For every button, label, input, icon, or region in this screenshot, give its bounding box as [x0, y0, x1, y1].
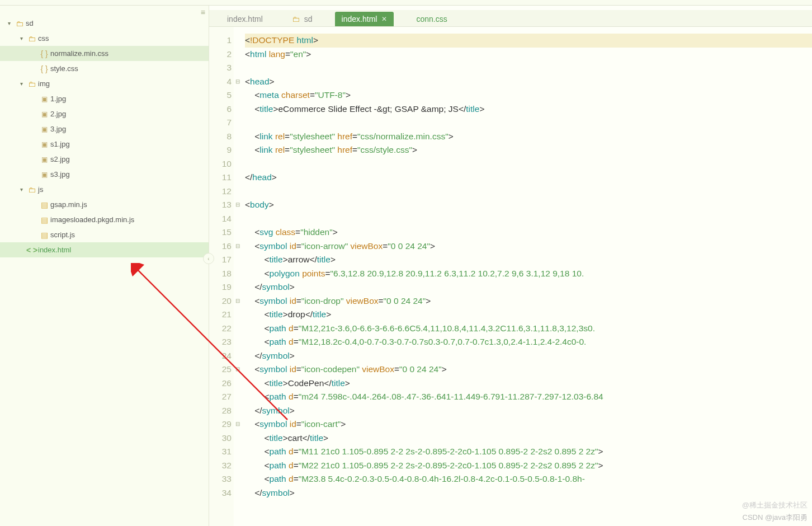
code-line[interactable]	[245, 157, 812, 171]
code-line[interactable]: <svg class="hidden">	[245, 226, 812, 239]
fold-marker	[234, 335, 242, 349]
tree-item-label: s2.jpg	[50, 155, 70, 163]
main-layout: ≡ ▾ 🗀 sd ▾🗀css{ }normalize.min.css{ }sty…	[0, 6, 812, 526]
tab-label: conn.css	[416, 15, 447, 24]
line-gutter: 1234567891011121314151617181920212223242…	[209, 27, 234, 526]
tree-item-s2-jpg[interactable]: ▣s2.jpg	[0, 152, 209, 167]
code-line[interactable]: <title>eCommerce Slide Effect -&gt; GSAP…	[245, 102, 812, 116]
code-line[interactable]: <symbol id="icon-arrow" viewBox="0 0 24 …	[245, 239, 812, 253]
code-line[interactable]: <polygon points="6.3,12.8 20.9,12.8 20.9…	[245, 267, 812, 281]
code-line[interactable]	[245, 185, 812, 199]
tab-index-path[interactable]: index.html	[220, 12, 270, 26]
code-line[interactable]: <path d="m24 7.598c-.044-.264-.08-.47-.3…	[245, 390, 812, 404]
tree-item-2-jpg[interactable]: ▣2.jpg	[0, 106, 209, 121]
code-line[interactable]: <path d="M12,18.2c-0.4,0-0.7-0.3-0.7-0.7…	[245, 335, 812, 349]
fold-marker	[234, 157, 242, 171]
tree-root-folder[interactable]: ▾ 🗀 sd	[0, 16, 209, 31]
code-editor[interactable]: 1234567891011121314151617181920212223242…	[209, 27, 812, 526]
code-line[interactable]: <symbol id="icon-codepen" viewBox="0 0 2…	[245, 363, 812, 377]
code-line[interactable]	[245, 116, 812, 130]
tree-item-label: 1.jpg	[50, 95, 66, 103]
code-line[interactable]: <path d="M12,21c-3.6,0-6.6-3-6.6-6.6C5.4…	[245, 322, 812, 336]
fold-marker[interactable]: ⊟	[234, 363, 242, 377]
tree-item-imagesloaded-pkgd-min-js[interactable]: ▤imagesloaded.pkgd.min.js	[0, 212, 209, 227]
fold-marker[interactable]: ⊟	[234, 198, 242, 212]
code-line[interactable]: <symbol id="icon-drop" viewBox="0 0 24 2…	[245, 294, 812, 308]
tab-folder[interactable]: 🗀 sd	[285, 12, 319, 26]
folder-icon: 🗀	[26, 34, 38, 43]
tree-item-css[interactable]: ▾🗀css	[0, 31, 209, 46]
code-line[interactable]	[245, 212, 812, 226]
fold-marker	[234, 130, 242, 144]
tree-item-3-jpg[interactable]: ▣3.jpg	[0, 121, 209, 137]
code-line[interactable]: <title>drop</title>	[245, 308, 812, 322]
code-line[interactable]: </symbol>	[245, 486, 812, 500]
tree-item-label: imagesloaded.pkgd.min.js	[50, 215, 134, 224]
code-line[interactable]: <meta charset="UTF-8">	[245, 88, 812, 102]
tree-item-js[interactable]: ▾🗀js	[0, 182, 209, 197]
code-line[interactable]: <html lang="en">	[245, 48, 812, 62]
fold-marker	[234, 404, 242, 418]
tree-item-img[interactable]: ▾🗀img	[0, 76, 209, 91]
fold-marker[interactable]: ⊟	[234, 239, 242, 253]
img-icon: ▣	[38, 156, 50, 163]
fold-marker[interactable]: ⊟	[234, 75, 242, 89]
tree-item-normalize-min-css[interactable]: { }normalize.min.css	[0, 46, 209, 61]
code-line[interactable]: <path d="M23.8 5.4c-0.2-0.3-0.5-0.4-0.8-…	[245, 472, 812, 486]
tab-label: sd	[304, 15, 313, 24]
folder-icon: 🗀	[26, 185, 38, 194]
code-line[interactable]: </head>	[245, 171, 812, 185]
tree-item-label: index.html	[38, 246, 71, 254]
code-line[interactable]: </symbol>	[245, 404, 812, 418]
code-line[interactable]: <title>cart</title>	[245, 431, 812, 445]
fold-marker	[234, 48, 242, 62]
code-line[interactable]	[245, 61, 812, 75]
code-line[interactable]: <symbol id="icon-cart">	[245, 417, 812, 431]
tree-item-s1-jpg[interactable]: ▣s1.jpg	[0, 137, 209, 152]
fold-marker[interactable]: ⊟	[234, 294, 242, 308]
code-line[interactable]: <title>arrow</title>	[245, 253, 812, 267]
tree-item-index-html[interactable]: < >index.html	[0, 242, 209, 257]
tree-item-gsap-min-js[interactable]: ▤gsap.min.js	[0, 197, 209, 212]
code-line[interactable]: <body>	[245, 198, 812, 212]
tree-item-label: normalize.min.css	[50, 49, 108, 58]
fold-marker	[234, 253, 242, 267]
code-line[interactable]: <head>	[245, 75, 812, 89]
code-line[interactable]: <link rel="stylesheet" href="css/normali…	[245, 130, 812, 144]
img-icon: ▣	[38, 140, 50, 148]
close-icon[interactable]: ✕	[381, 15, 387, 23]
fold-marker	[234, 267, 242, 281]
tree-item-label: s3.jpg	[50, 170, 70, 179]
fold-marker	[234, 171, 242, 185]
sidebar-menu-icon[interactable]: ≡	[201, 8, 205, 17]
code-line[interactable]: <!DOCTYPE html>	[245, 34, 812, 48]
tab-index-active[interactable]: index.html ✕	[335, 12, 394, 26]
tree-item-1-jpg[interactable]: ▣1.jpg	[0, 91, 209, 106]
chevron-down-icon: ▾	[17, 35, 26, 41]
tree-item-label: script.js	[50, 231, 75, 239]
chevron-down-icon: ▾	[17, 81, 26, 87]
code-line[interactable]: <path d="M22 21c0 1.105-0.895 2-2 2s-2-0…	[245, 459, 812, 473]
tree-item-label: style.css	[50, 64, 78, 73]
code-line[interactable]: </symbol>	[245, 280, 812, 294]
code-line[interactable]: <title>CodePen</title>	[245, 377, 812, 391]
tree-root-label: sd	[26, 19, 34, 27]
code-line[interactable]: <path d="M11 21c0 1.105-0.895 2-2 2s-2-0…	[245, 445, 812, 459]
tree-item-style-css[interactable]: { }style.css	[0, 61, 209, 76]
fold-marker	[234, 88, 242, 102]
fold-marker	[234, 472, 242, 486]
tree-item-script-js[interactable]: ▤script.js	[0, 227, 209, 242]
fold-marker[interactable]: ⊟	[234, 417, 242, 431]
tree-item-s3-jpg[interactable]: ▣s3.jpg	[0, 167, 209, 182]
fold-column: ⊟⊟⊟⊟⊟⊟	[234, 27, 242, 526]
editor-tabs: index.html 🗀 sd index.html ✕ conn.css	[209, 10, 812, 27]
code-line[interactable]: <link rel="stylesheet" href="css/style.c…	[245, 143, 812, 157]
fold-marker	[234, 212, 242, 226]
file-tree-sidebar: ≡ ▾ 🗀 sd ▾🗀css{ }normalize.min.css{ }sty…	[0, 6, 209, 526]
code-line[interactable]: </symbol>	[245, 349, 812, 363]
code-content[interactable]: <!DOCTYPE html><html lang="en"> <head> <…	[242, 27, 812, 526]
tab-conn-css[interactable]: conn.css	[409, 12, 454, 26]
tree-item-label: img	[38, 79, 50, 88]
fold-marker	[234, 226, 242, 239]
sidebar-collapse-handle[interactable]: ‹	[203, 253, 214, 264]
